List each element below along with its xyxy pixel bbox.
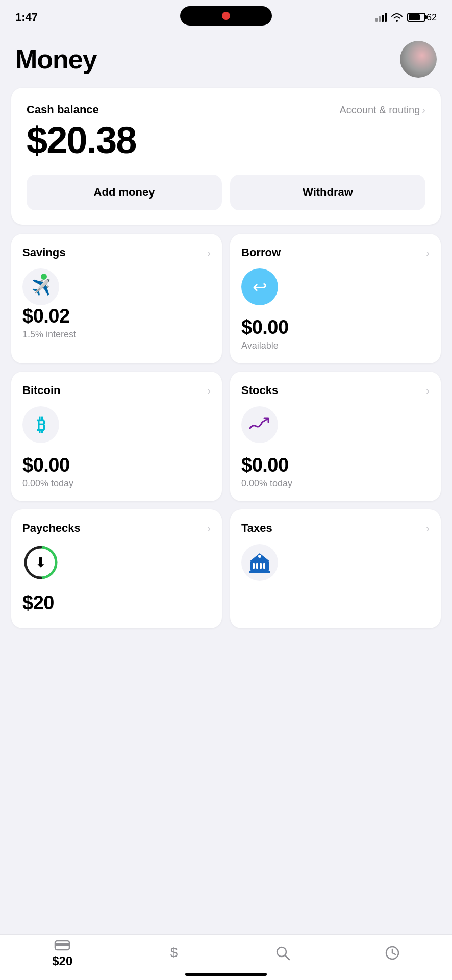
stocks-sub: 0.00% today [241,478,430,489]
svg-line-22 [392,953,395,954]
savings-title: Savings [22,246,65,259]
svg-rect-12 [249,571,270,573]
battery-icon: 62 [407,12,437,23]
savings-card-header: Savings › [22,246,211,259]
pay-tab-icon: $ [167,946,181,960]
savings-icon: ✈️ [22,268,59,305]
savings-icon-wrap: ✈️ [22,268,59,305]
taxes-chevron-icon: › [426,523,430,534]
tab-home-amount: $20 [52,954,72,968]
paychecks-chevron-icon: › [207,523,211,534]
borrow-chevron-icon: › [426,247,430,259]
status-bar: 1:47 62 [0,0,452,31]
savings-card[interactable]: Savings › ✈️ $0.02 1.5% interest [11,234,222,363]
account-routing-chevron-icon: › [422,104,425,116]
taxes-card[interactable]: Taxes › [230,509,441,628]
withdraw-button[interactable]: Withdraw [230,175,425,210]
svg-rect-11 [263,564,265,569]
cash-balance-label: Cash balance [27,103,99,116]
bitcoin-icon: ₿ [22,406,59,443]
taxes-building-icon [248,552,271,573]
savings-amount: $0.02 [22,305,211,327]
savings-interest: 1.5% interest [22,329,211,340]
bitcoin-sub: 0.00% today [22,478,211,489]
paychecks-taxes-row: Paychecks › ⬇ $20 Taxes › [11,509,441,628]
bitcoin-chevron-icon: › [207,385,211,397]
paychecks-title: Paychecks [22,522,81,535]
bitcoin-amount: $0.00 [22,454,211,476]
search-tab-icon [275,945,290,961]
taxes-card-header: Taxes › [241,522,430,535]
taxes-title: Taxes [241,522,272,535]
wifi-icon [391,13,403,22]
bitcoin-title: Bitcoin [22,384,61,397]
borrow-title: Borrow [241,246,281,259]
svg-rect-9 [256,564,258,569]
signal-icon [375,13,387,22]
taxes-icon [241,544,278,581]
battery-level: 62 [426,12,437,23]
svg-rect-1 [379,16,381,22]
borrow-card[interactable]: Borrow › ↩ $0.00 Available [230,234,441,363]
avatar[interactable] [400,41,437,78]
svg-rect-2 [382,15,384,22]
cash-amount: $20.38 [27,121,425,159]
paychecks-card-header: Paychecks › [22,522,211,535]
svg-rect-8 [253,564,255,569]
main-content: Cash balance Account & routing › $20.38 … [0,83,452,642]
status-icons: 62 [375,12,437,23]
home-indicator [185,973,267,976]
stocks-title: Stocks [241,384,278,397]
svg-rect-16 [55,943,69,946]
account-routing-text: Account & routing [339,104,420,116]
dynamic-island-dot [222,12,230,20]
svg-line-19 [285,955,289,960]
paychecks-icon: ⬇ [22,544,59,581]
bitcoin-card-header: Bitcoin › [22,384,211,397]
stocks-chart-icon [249,417,270,432]
savings-chevron-icon: › [207,247,211,259]
history-tab-icon [385,945,400,961]
stocks-card[interactable]: Stocks › $0.00 0.00% today [230,372,441,501]
svg-point-14 [258,555,261,558]
savings-green-dot [41,274,47,280]
svg-text:$: $ [170,946,178,960]
status-time: 1:47 [15,11,38,24]
cash-card-header: Cash balance Account & routing › [27,103,425,116]
svg-rect-10 [260,564,262,569]
stocks-card-header: Stocks › [241,384,430,397]
paychecks-card[interactable]: Paychecks › ⬇ $20 [11,509,222,628]
savings-borrow-row: Savings › ✈️ $0.02 1.5% interest Borrow … [11,234,441,363]
svg-rect-3 [385,13,387,22]
tab-home[interactable]: $20 [52,938,72,968]
bitcoin-stocks-row: Bitcoin › ₿ $0.00 0.00% today Stocks › [11,372,441,501]
stocks-amount: $0.00 [241,454,430,476]
borrow-amount: $0.00 [241,316,430,338]
paychecks-amount: $20 [22,592,211,614]
tab-search[interactable] [275,945,290,961]
tab-pay[interactable]: $ [167,946,181,960]
account-routing-button[interactable]: Account & routing › [339,104,425,116]
header: Money [0,31,452,83]
cash-actions: Add money Withdraw [27,175,425,210]
borrow-card-header: Borrow › [241,246,430,259]
stocks-chevron-icon: › [426,385,430,397]
page-title: Money [15,44,97,75]
cash-balance-card: Cash balance Account & routing › $20.38 … [11,88,441,225]
add-money-button[interactable]: Add money [27,175,222,210]
home-tab-icon [54,938,70,952]
dynamic-island [180,6,272,26]
stocks-icon [241,406,278,443]
borrow-icon: ↩ [241,268,278,305]
borrow-sub: Available [241,340,430,351]
svg-rect-0 [375,18,378,22]
bitcoin-card[interactable]: Bitcoin › ₿ $0.00 0.00% today [11,372,222,501]
tab-history[interactable] [385,945,400,961]
